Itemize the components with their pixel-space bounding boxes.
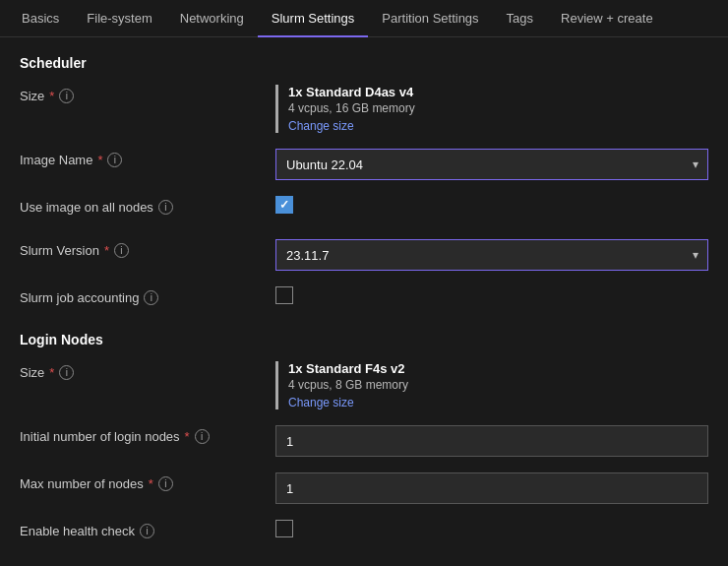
scheduler-size-label: Size * i xyxy=(20,85,275,103)
max-nodes-required: * xyxy=(149,476,153,491)
scheduler-size-required: * xyxy=(49,89,54,103)
login-size-detail: 4 vcpus, 8 GB memory xyxy=(288,378,708,392)
health-check-row: Enable health check i xyxy=(20,520,708,547)
scheduler-size-value: 1x Standard D4as v4 4 vcpus, 16 GB memor… xyxy=(275,85,708,133)
initial-nodes-label: Initial number of login nodes * i xyxy=(20,425,275,444)
initial-nodes-info-icon[interactable]: i xyxy=(195,429,210,444)
slurm-accounting-label: Slurm job accounting i xyxy=(20,286,275,305)
tab-navigation: Basics File-system Networking Slurm Sett… xyxy=(0,0,728,37)
image-name-row: Image Name * i Ubuntu 22.04 Ubuntu 20.04… xyxy=(20,149,708,180)
health-check-control xyxy=(275,520,708,537)
image-name-select[interactable]: Ubuntu 22.04 Ubuntu 20.04 CentOS 7 xyxy=(275,149,708,180)
tab-basics[interactable]: Basics xyxy=(8,0,73,37)
tab-partition[interactable]: Partition Settings xyxy=(368,0,492,37)
tab-filesystem[interactable]: File-system xyxy=(73,0,165,37)
max-nodes-info-icon[interactable]: i xyxy=(158,476,173,491)
login-change-size-link[interactable]: Change size xyxy=(288,396,354,409)
health-check-info-icon[interactable]: i xyxy=(140,524,154,538)
login-size-name: 1x Standard F4s v2 xyxy=(288,361,708,376)
max-nodes-input[interactable] xyxy=(275,472,708,504)
slurm-accounting-control xyxy=(275,286,708,304)
login-size-block: 1x Standard F4s v2 4 vcpus, 8 GB memory … xyxy=(275,361,708,409)
use-image-label: Use image on all nodes i xyxy=(20,196,275,215)
max-nodes-control xyxy=(275,472,708,504)
max-nodes-label: Max number of nodes * i xyxy=(20,472,275,491)
login-size-label: Size * i xyxy=(20,361,275,380)
tab-networking[interactable]: Networking xyxy=(166,0,258,37)
health-check-checkbox[interactable] xyxy=(275,520,293,537)
use-image-info-icon[interactable]: i xyxy=(158,200,173,215)
tab-tags[interactable]: Tags xyxy=(493,0,547,37)
slurm-version-row: Slurm Version * i 23.11.7 23.10.0 22.05.… xyxy=(20,239,708,271)
login-size-row: Size * i 1x Standard F4s v2 4 vcpus, 8 G… xyxy=(20,361,708,409)
initial-nodes-required: * xyxy=(185,429,190,444)
scheduler-change-size-link[interactable]: Change size xyxy=(288,119,354,133)
scheduler-size-row: Size * i 1x Standard D4as v4 4 vcpus, 16… xyxy=(20,85,708,133)
login-size-info-icon[interactable]: i xyxy=(59,365,74,380)
scheduler-size-name: 1x Standard D4as v4 xyxy=(288,85,708,99)
scheduler-section-title: Scheduler xyxy=(20,55,708,71)
slurm-version-info-icon[interactable]: i xyxy=(114,243,129,258)
slurm-version-control: 23.11.7 23.10.0 22.05.9 ▾ xyxy=(275,239,708,271)
login-nodes-section-title: Login Nodes xyxy=(20,332,708,347)
max-nodes-row: Max number of nodes * i xyxy=(20,472,708,504)
slurm-version-select[interactable]: 23.11.7 23.10.0 22.05.9 xyxy=(275,239,708,271)
health-check-label: Enable health check i xyxy=(20,520,275,538)
use-image-control xyxy=(275,196,708,214)
slurm-accounting-info-icon[interactable]: i xyxy=(144,290,158,305)
slurm-accounting-checkbox[interactable] xyxy=(275,286,293,304)
scheduler-size-block: 1x Standard D4as v4 4 vcpus, 16 GB memor… xyxy=(275,85,708,133)
login-size-required: * xyxy=(49,365,54,380)
initial-nodes-row: Initial number of login nodes * i xyxy=(20,425,708,457)
image-name-label: Image Name * i xyxy=(20,149,275,167)
image-name-control: Ubuntu 22.04 Ubuntu 20.04 CentOS 7 ▾ xyxy=(275,149,708,180)
slurm-version-required: * xyxy=(104,243,109,258)
tab-review[interactable]: Review + create xyxy=(547,0,667,37)
use-image-checkbox[interactable] xyxy=(275,196,293,214)
scheduler-size-info-icon[interactable]: i xyxy=(59,89,74,103)
image-name-dropdown-wrapper: Ubuntu 22.04 Ubuntu 20.04 CentOS 7 ▾ xyxy=(275,149,708,180)
initial-nodes-control xyxy=(275,425,708,457)
main-content: Scheduler Size * i 1x Standard D4as v4 4… xyxy=(0,37,728,566)
login-size-value: 1x Standard F4s v2 4 vcpus, 8 GB memory … xyxy=(275,361,708,409)
image-name-info-icon[interactable]: i xyxy=(107,153,122,167)
initial-nodes-input[interactable] xyxy=(275,425,708,457)
tab-slurm[interactable]: Slurm Settings xyxy=(258,0,369,37)
slurm-version-dropdown-wrapper: 23.11.7 23.10.0 22.05.9 ▾ xyxy=(275,239,708,271)
slurm-version-label: Slurm Version * i xyxy=(20,239,275,258)
scheduler-size-detail: 4 vcpus, 16 GB memory xyxy=(288,101,708,115)
image-name-required: * xyxy=(97,153,102,167)
slurm-accounting-row: Slurm job accounting i xyxy=(20,286,708,314)
use-image-row: Use image on all nodes i xyxy=(20,196,708,223)
